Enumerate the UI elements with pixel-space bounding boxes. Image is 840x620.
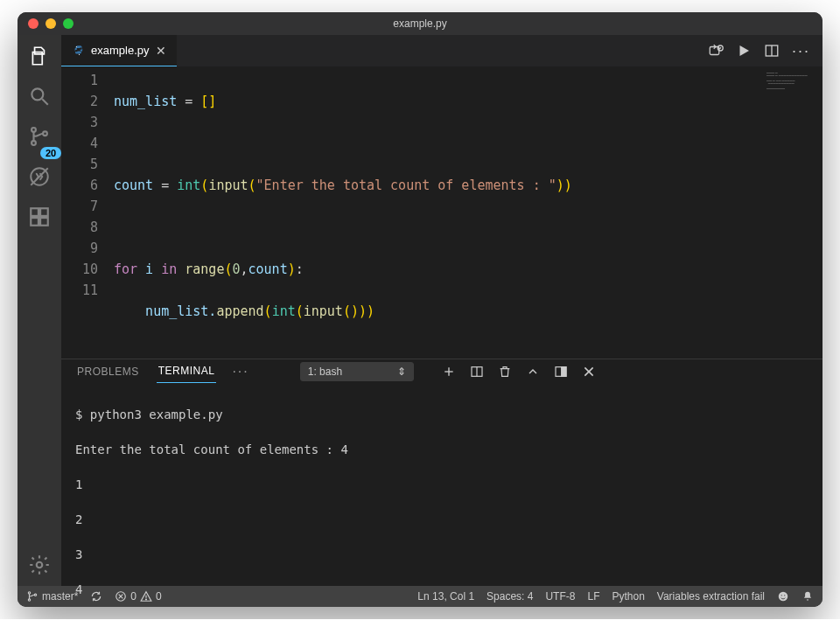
terminal-line: 3 bbox=[75, 546, 808, 563]
svg-point-3 bbox=[32, 141, 36, 145]
search-icon[interactable] bbox=[27, 84, 52, 108]
settings-gear-icon[interactable] bbox=[27, 553, 52, 577]
terminal-selector-dropdown[interactable]: 1: bash ⇕ bbox=[300, 362, 414, 381]
svg-point-4 bbox=[43, 131, 47, 136]
extensions-icon[interactable] bbox=[27, 205, 52, 229]
run-file-icon[interactable] bbox=[736, 43, 752, 59]
terminal-line: $ python3 example.py bbox=[75, 406, 808, 423]
svg-point-13 bbox=[79, 53, 80, 54]
terminal-line: 2 bbox=[75, 511, 808, 528]
panel-tab-problems[interactable]: PROBLEMS bbox=[75, 360, 141, 383]
split-editor-icon[interactable] bbox=[764, 43, 780, 59]
line-number-gutter: 1 2 3 4 5 6 7 8 9 10 11 bbox=[61, 66, 114, 359]
code-content[interactable]: num_list = [] count = int(input("Enter t… bbox=[114, 66, 761, 359]
svg-rect-8 bbox=[40, 208, 48, 216]
terminal-line: Enter the total count of elements : 4 bbox=[75, 441, 808, 458]
editor-tabbar: example.py ✕ ··· bbox=[61, 35, 822, 66]
svg-point-26 bbox=[28, 592, 30, 594]
activity-bar: 20 bbox=[18, 35, 61, 586]
source-control-badge: 20 bbox=[40, 147, 61, 159]
svg-rect-7 bbox=[31, 208, 38, 216]
window-title: example.py bbox=[18, 17, 822, 30]
explorer-icon[interactable] bbox=[27, 44, 52, 68]
panel-layout-icon[interactable] bbox=[554, 365, 568, 379]
svg-rect-9 bbox=[31, 218, 38, 226]
svg-line-1 bbox=[42, 99, 48, 105]
compare-changes-icon[interactable] bbox=[708, 43, 724, 59]
svg-rect-10 bbox=[40, 218, 48, 226]
chevron-updown-icon: ⇕ bbox=[397, 366, 406, 378]
code-editor[interactable]: 1 2 3 4 5 6 7 8 9 10 11 num_list = [] co… bbox=[61, 66, 761, 359]
svg-point-28 bbox=[34, 594, 36, 596]
close-tab-icon[interactable]: ✕ bbox=[156, 44, 166, 58]
minimap[interactable]: ▬▬▬ ▬ ▬▬▬ ▬ ▬▬▬▬▬▬▬▬▬▬▬ ▬▬ ▬ ▬▬ ▬▬▬▬▬ ▬▬… bbox=[761, 66, 822, 359]
vscode-window: example.py 20 bbox=[18, 12, 822, 607]
svg-point-12 bbox=[76, 46, 77, 47]
debug-icon[interactable] bbox=[27, 164, 52, 189]
minimap-content: ▬▬▬ ▬ ▬▬▬ ▬ ▬▬▬▬▬▬▬▬▬▬▬ ▬▬ ▬ ▬▬ ▬▬▬▬▬ ▬▬… bbox=[766, 72, 817, 90]
git-branch-icon bbox=[26, 590, 38, 603]
svg-rect-23 bbox=[561, 366, 565, 376]
svg-point-0 bbox=[32, 88, 43, 100]
close-panel-icon[interactable] bbox=[582, 365, 596, 379]
editor-tab-actions: ··· bbox=[708, 35, 822, 66]
svg-point-2 bbox=[32, 128, 36, 132]
terminal-selector-label: 1: bash bbox=[308, 366, 342, 378]
svg-point-11 bbox=[37, 562, 43, 568]
python-file-icon bbox=[72, 45, 84, 57]
terminal[interactable]: $ python3 example.py Enter the total cou… bbox=[61, 383, 822, 607]
terminal-line: 4 bbox=[75, 581, 808, 598]
source-control-icon[interactable] bbox=[27, 124, 52, 149]
panel-tab-terminal[interactable]: TERMINAL bbox=[157, 359, 217, 383]
editor-tab-example-py[interactable]: example.py ✕ bbox=[61, 35, 177, 66]
titlebar: example.py bbox=[18, 12, 822, 35]
editor-tab-label: example.py bbox=[91, 44, 149, 57]
panel-more-tabs-icon[interactable]: ··· bbox=[232, 364, 248, 380]
maximize-panel-icon[interactable] bbox=[526, 365, 540, 379]
kill-terminal-icon[interactable] bbox=[498, 365, 512, 379]
split-terminal-icon[interactable] bbox=[470, 365, 484, 379]
more-actions-icon[interactable]: ··· bbox=[792, 42, 810, 60]
svg-point-27 bbox=[28, 599, 30, 601]
new-terminal-icon[interactable] bbox=[442, 365, 456, 379]
terminal-line: 1 bbox=[75, 476, 808, 493]
bottom-panel: PROBLEMS TERMINAL ··· 1: bash ⇕ bbox=[61, 359, 822, 586]
